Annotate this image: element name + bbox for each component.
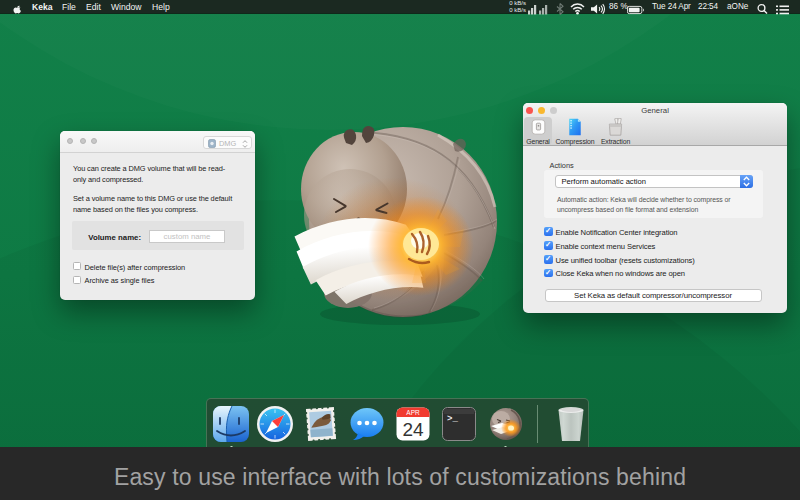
- svg-text:APR: APR: [406, 409, 420, 416]
- svg-text:>_: >_: [447, 414, 458, 424]
- svg-text:24: 24: [402, 419, 424, 440]
